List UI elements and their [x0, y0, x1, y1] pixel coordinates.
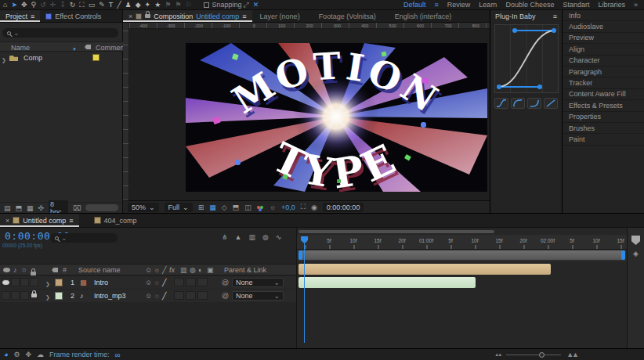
dock-panel-item[interactable]: Character [563, 56, 644, 67]
expander-icon[interactable] [2, 56, 6, 63]
project-search[interactable] [2, 28, 118, 38]
zoom-in-mountain-icon[interactable]: ▲▲ [566, 351, 577, 358]
switch-cell[interactable] [197, 291, 208, 300]
quality-column-icon[interactable] [162, 266, 166, 274]
panel-menu-icon[interactable] [242, 13, 246, 20]
draft-3d-icon[interactable] [235, 233, 242, 241]
switch-cell[interactable] [186, 278, 196, 286]
ease-in-out-preset-button[interactable] [494, 98, 508, 109]
shy-toggle-icon[interactable] [145, 292, 152, 300]
panel-resize-pill[interactable] [85, 204, 118, 211]
tool-icon[interactable]: ✦ [145, 0, 151, 9]
tab-project[interactable]: Project [0, 10, 40, 22]
grid-guides-icon[interactable] [198, 203, 204, 211]
composition-canvas[interactable]: MOTION MOTION TYPE TYPE [186, 43, 487, 192]
motion-blur-column-icon[interactable] [190, 266, 196, 274]
playhead-line[interactable] [304, 236, 305, 343]
resolution-select[interactable]: Full [165, 203, 193, 212]
work-area-bar[interactable] [298, 250, 625, 260]
dock-panel-item[interactable]: Preview [563, 33, 644, 44]
workspace-item[interactable]: Review [447, 1, 471, 9]
shy-toggle-icon[interactable] [145, 279, 152, 286]
tool-icon[interactable]: ★ [154, 0, 161, 9]
parent-link-column[interactable]: Parent & Link [224, 266, 266, 274]
tool-icon[interactable]: ⌂ [3, 0, 7, 9]
lock-column-icon[interactable] [31, 272, 36, 275]
tool-icon[interactable]: ➤ [11, 0, 17, 9]
curve-editor[interactable] [494, 24, 559, 93]
switch-cell[interactable] [174, 291, 184, 300]
ease-in-preset-button[interactable] [527, 98, 541, 109]
column-comment[interactable]: Comment [96, 44, 126, 52]
graph-editor-icon[interactable] [276, 233, 282, 241]
item-name[interactable]: Comp [24, 54, 42, 62]
tool-icon[interactable]: ↺ [40, 0, 46, 9]
collapse-toggle-icon[interactable] [154, 292, 160, 300]
layer-duration-bar[interactable] [298, 277, 476, 288]
expander-icon[interactable] [45, 293, 50, 301]
quality-toggle-icon[interactable] [162, 279, 166, 286]
collapse-toggle-icon[interactable] [154, 279, 160, 286]
expander-icon[interactable] [45, 279, 50, 287]
layer-row[interactable]: 2 ♪ Intro_mp3 None [0, 290, 296, 302]
column-name[interactable]: Name [11, 44, 30, 52]
solo-toggle[interactable] [20, 291, 29, 300]
fx-column-icon[interactable] [169, 266, 175, 274]
workspace-item[interactable]: Libraries [598, 1, 625, 9]
dock-panel-item[interactable]: Content Aware Fill [563, 89, 644, 100]
layer-name[interactable]: Intro [94, 279, 108, 286]
channel-icon[interactable] [257, 206, 260, 209]
dock-panel-item[interactable]: Paragraph [563, 67, 644, 77]
new-composition-icon[interactable] [27, 204, 34, 212]
viewer-timecode[interactable]: 0:00:00:00 [323, 203, 364, 212]
video-column-icon[interactable] [3, 268, 10, 272]
tool-icon[interactable]: ╱ [117, 0, 121, 9]
guides-icon[interactable] [244, 203, 251, 211]
marker-bin-icon[interactable] [631, 236, 640, 245]
sort-arrow-icon[interactable] [72, 45, 77, 52]
layer-label-swatch[interactable] [55, 292, 63, 300]
audio-column-icon[interactable] [13, 266, 17, 274]
new-folder-icon[interactable] [16, 204, 23, 212]
tool-icon[interactable]: ⚐ [185, 0, 191, 9]
close-icon[interactable] [128, 13, 132, 20]
tool-icon[interactable]: ⚲ [31, 0, 37, 9]
label-column-icon[interactable] [85, 45, 91, 49]
tool-icon[interactable]: ⚑ [175, 0, 181, 9]
panel-menu-icon[interactable] [69, 217, 73, 225]
footage-interpret-icon[interactable] [4, 204, 11, 212]
layer-duration-bar[interactable] [298, 264, 551, 275]
viewer-tab-item[interactable]: Footage (Volnitsa) [319, 13, 376, 20]
audio-toggle[interactable] [11, 278, 20, 286]
work-area-start-handle[interactable] [298, 250, 302, 260]
magnification-select[interactable]: 50% [128, 203, 159, 212]
region-of-interest-icon[interactable] [233, 203, 240, 211]
shy-column-icon[interactable] [145, 266, 152, 274]
pan-behind-icon[interactable] [26, 351, 32, 358]
switch-cell[interactable] [174, 278, 184, 286]
composition-doc-name[interactable]: Untitled comp [196, 13, 239, 20]
linear-preset-button[interactable] [544, 98, 558, 109]
three-d-column-icon[interactable] [207, 266, 214, 274]
sync-settings-icon[interactable] [37, 351, 44, 358]
timeline-zoom-slider[interactable] [506, 355, 561, 355]
dock-panel-item[interactable]: Properties [563, 112, 644, 123]
timeline-scrollbar[interactable] [297, 229, 627, 234]
adjustment-column-icon[interactable] [198, 266, 202, 274]
quality-toggle-icon[interactable] [162, 292, 166, 300]
tool-icon[interactable]: ✥ [21, 0, 27, 9]
exposure-icon[interactable] [270, 203, 276, 211]
ease-out-preset-button[interactable] [511, 98, 525, 109]
close-icon[interactable] [5, 217, 9, 225]
layer-row[interactable]: 1 ▩ Intro None [0, 276, 296, 289]
dock-panel-item[interactable]: Brushes [563, 123, 644, 134]
dock-panel-item[interactable]: Effects & Presets [563, 100, 644, 111]
tool-icon[interactable]: ◆ [136, 0, 141, 9]
layer-name[interactable]: Intro_mp3 [94, 292, 126, 300]
workspace-item[interactable]: Learn [479, 1, 497, 9]
tool-icon[interactable]: ↻ [70, 0, 76, 9]
tool-icon[interactable]: ✎ [99, 0, 105, 9]
parent-dropdown[interactable]: None [232, 291, 284, 301]
workspace-item[interactable]: Double Cheese [505, 1, 554, 9]
viewer-tab-item[interactable]: English (interface) [395, 13, 452, 20]
